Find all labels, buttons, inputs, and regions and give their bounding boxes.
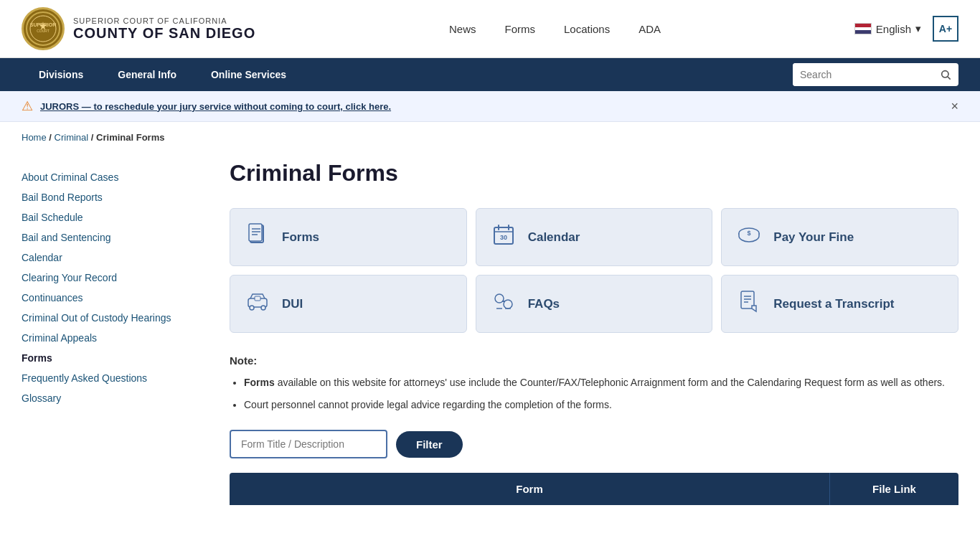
nav-ada[interactable]: ADA	[639, 23, 661, 35]
filter-input[interactable]	[230, 430, 387, 458]
page-title: Criminal Forms	[230, 160, 958, 187]
note-item-1: Forms available on this website for atto…	[244, 375, 958, 390]
sidebar-list: About Criminal Cases Bail Bond Reports B…	[22, 167, 208, 408]
quick-link-pay-fine[interactable]: $ Pay Your Fine	[721, 208, 958, 266]
dui-icon	[245, 291, 270, 316]
sidebar-item: Criminal Out of Custody Hearings	[22, 308, 208, 328]
navbar-links: Divisions General Info Online Services	[22, 58, 793, 91]
sidebar-item-active: Forms	[22, 348, 208, 368]
search-box	[793, 63, 958, 86]
breadcrumb-separator-2: /	[91, 132, 96, 143]
nav-news[interactable]: News	[449, 23, 476, 35]
header-nav: News Forms Locations ADA	[449, 23, 661, 35]
note-item-2: Court personnel cannot provide legal adv…	[244, 397, 958, 413]
sidebar-link-forms[interactable]: Forms	[22, 352, 52, 364]
breadcrumb-section[interactable]: Criminal	[55, 132, 89, 143]
sidebar-item: Bail and Sentencing	[22, 227, 208, 248]
sidebar-item: Bail Schedule	[22, 207, 208, 227]
search-icon	[940, 69, 951, 80]
sidebar-item: Calendar	[22, 248, 208, 268]
quick-link-transcript[interactable]: Request a Transcript	[721, 275, 958, 333]
svg-text:COURT: COURT	[37, 29, 50, 33]
alert-content: ⚠ JURORS — to reschedule your jury servi…	[22, 98, 391, 114]
content-area: Criminal Forms Forms	[230, 160, 958, 505]
note-label: Note:	[230, 354, 958, 367]
svg-point-23	[250, 306, 254, 310]
svg-point-24	[261, 306, 265, 310]
alert-close-button[interactable]: ×	[951, 99, 958, 114]
quick-link-calendar[interactable]: 30 Calendar	[476, 208, 713, 266]
svg-text:30: 30	[500, 234, 507, 241]
header-right: English ▾ A+	[854, 16, 958, 42]
sidebar-item: Clearing Your Record	[22, 268, 208, 288]
chevron-down-icon: ▾	[915, 22, 921, 35]
transcript-icon	[736, 290, 762, 318]
seal-svg: SUPERIOR COURT	[25, 11, 61, 47]
svg-rect-11	[249, 224, 262, 241]
quick-link-forms[interactable]: Forms	[230, 208, 467, 266]
nav-forms[interactable]: Forms	[504, 23, 535, 35]
svg-line-6	[948, 77, 951, 80]
sidebar-item: Criminal Appeals	[22, 328, 208, 348]
logo-container: SUPERIOR COURT SUPERIOR COURT OF CALIFOR…	[22, 7, 255, 50]
sidebar-link-bail-schedule[interactable]: Bail Schedule	[22, 212, 83, 223]
sidebar-item: Continuances	[22, 288, 208, 308]
nav-locations[interactable]: Locations	[564, 23, 610, 35]
quick-link-faqs[interactable]: FAQs	[476, 275, 713, 333]
main-content: About Criminal Cases Bail Bond Reports B…	[0, 153, 980, 527]
pay-fine-icon: $	[736, 223, 762, 251]
navbar-general-info[interactable]: General Info	[100, 58, 194, 91]
sidebar-link-calendar[interactable]: Calendar	[22, 252, 62, 263]
court-name-top: SUPERIOR COURT OF CALIFORNIA	[73, 17, 255, 25]
table-col-file-link: File Link	[829, 473, 958, 505]
sidebar-link-bail-and-sentencing[interactable]: Bail and Sentencing	[22, 232, 111, 243]
sidebar-item: Frequently Asked Questions	[22, 368, 208, 388]
filter-button[interactable]: Filter	[396, 431, 463, 458]
navbar-divisions[interactable]: Divisions	[22, 58, 100, 91]
svg-text:$: $	[748, 230, 751, 237]
quick-link-dui[interactable]: DUI	[230, 275, 467, 333]
quick-link-pay-fine-label: Pay Your Fine	[773, 230, 854, 245]
court-name: SUPERIOR COURT OF CALIFORNIA COUNTY OF S…	[73, 17, 255, 42]
sidebar: About Criminal Cases Bail Bond Reports B…	[22, 160, 208, 505]
note-item-1-bold: Forms	[244, 377, 275, 388]
sidebar-item: Bail Bond Reports	[22, 187, 208, 207]
breadcrumb-current: Criminal Forms	[96, 132, 164, 143]
court-seal: SUPERIOR COURT	[22, 7, 65, 50]
calendar-icon: 30	[491, 223, 517, 251]
sidebar-item: Glossary	[22, 388, 208, 408]
sidebar-link-about-criminal-cases[interactable]: About Criminal Cases	[22, 171, 118, 183]
breadcrumb: Home / Criminal / Criminal Forms	[0, 122, 980, 153]
font-size-button[interactable]: A+	[933, 16, 958, 42]
sidebar-link-clearing-your-record[interactable]: Clearing Your Record	[22, 272, 117, 283]
breadcrumb-separator-1: /	[49, 132, 54, 143]
quick-links-grid: Forms 30 Calendar	[230, 208, 958, 333]
quick-link-dui-label: DUI	[282, 297, 303, 311]
sidebar-link-continuances[interactable]: Continuances	[22, 292, 83, 303]
sidebar-link-criminal-appeals[interactable]: Criminal Appeals	[22, 332, 97, 344]
flag-icon	[854, 23, 872, 34]
sidebar-link-criminal-out-of-custody[interactable]: Criminal Out of Custody Hearings	[22, 312, 171, 324]
search-button[interactable]	[933, 63, 958, 86]
faqs-icon	[491, 290, 517, 318]
note-item-1-text: available on this website for attorneys'…	[275, 377, 945, 388]
language-selector[interactable]: English ▾	[854, 22, 921, 35]
main-navbar: Divisions General Info Online Services	[0, 58, 980, 91]
alert-banner: ⚠ JURORS — to reschedule your jury servi…	[0, 91, 980, 122]
sidebar-link-glossary[interactable]: Glossary	[22, 392, 61, 404]
notes-list: Forms available on this website for atto…	[230, 375, 958, 413]
sidebar-link-faq[interactable]: Frequently Asked Questions	[22, 372, 147, 384]
search-input[interactable]	[793, 63, 933, 86]
site-header: SUPERIOR COURT SUPERIOR COURT OF CALIFOR…	[0, 0, 980, 58]
quick-link-transcript-label: Request a Transcript	[773, 297, 894, 311]
svg-rect-25	[255, 296, 260, 301]
quick-link-faqs-label: FAQs	[528, 297, 560, 311]
navbar-online-services[interactable]: Online Services	[194, 58, 303, 91]
quick-link-calendar-label: Calendar	[528, 230, 580, 245]
breadcrumb-home[interactable]: Home	[22, 132, 47, 143]
alert-link[interactable]: JURORS — to reschedule your jury service…	[40, 101, 391, 112]
sidebar-item: About Criminal Cases	[22, 167, 208, 187]
sidebar-link-bail-bond-reports[interactable]: Bail Bond Reports	[22, 192, 103, 203]
court-name-bottom: COUNTY OF SAN DIEGO	[73, 25, 255, 42]
forms-icon	[245, 223, 270, 251]
